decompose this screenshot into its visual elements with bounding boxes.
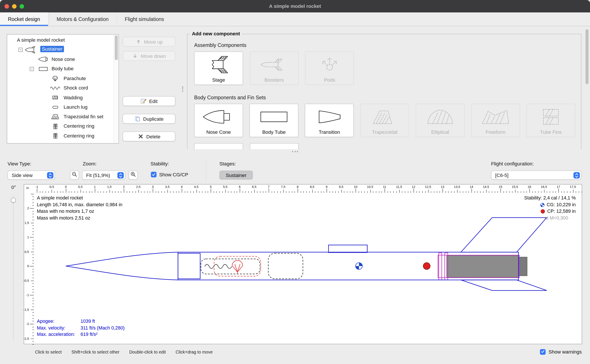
zoom-window-button[interactable] [20, 4, 24, 8]
show-warnings-control[interactable]: Show warnings [540, 349, 582, 355]
component-card-body-tube[interactable]: Body Tube [249, 104, 298, 137]
rocket-view-canvas[interactable]: -1-0,500,511,522,533,544,555,566,577,588… [24, 184, 582, 344]
stability-readout: Stability: 2,4 cal / 14,1 % CG: 10,229 i… [524, 195, 576, 221]
add-component-title: Add new component [190, 31, 242, 36]
component-card-nose-cone[interactable]: Nose Cone [194, 104, 243, 137]
ruler-unit-label: in [27, 186, 29, 190]
component-card-partial[interactable] [194, 143, 243, 149]
show-cgcp-checkbox[interactable] [151, 172, 156, 177]
nosecone-icon [37, 56, 49, 63]
tree-root-item[interactable]: A simple model rocket [7, 35, 119, 45]
view-controls-bar: View Type: Side view Zoom: Fit (51,9%) S… [0, 155, 590, 184]
zoom-in-button[interactable] [129, 171, 138, 180]
h-ruler-label: 17 [556, 185, 560, 188]
show-warnings-label: Show warnings [549, 349, 582, 355]
pods-icon [306, 52, 354, 77]
move-down-button[interactable]: Move down [123, 51, 175, 61]
component-card-label: Elliptical [431, 129, 449, 135]
tree-item-wadding[interactable]: Wadding [7, 93, 119, 102]
flight-config-select[interactable]: [C6-5] [491, 171, 581, 180]
rotation-slider[interactable] [13, 195, 14, 340]
splitter-handle-vertical[interactable] [182, 85, 183, 92]
component-card-pods: Pods [305, 52, 354, 85]
nose-cone-outline[interactable] [66, 252, 200, 280]
component-card-transition[interactable]: Transition [305, 104, 354, 137]
tree-item-centering-ring[interactable]: Centering ring [7, 122, 119, 131]
titlebar: A simple model rocket [0, 0, 590, 13]
cg-symbol [355, 263, 362, 269]
h-ruler-label: 3 [152, 185, 154, 188]
edit-button[interactable]: Edit [123, 96, 175, 106]
cg-icon [540, 202, 545, 207]
tree-item-launch-lug[interactable]: Launch lug [7, 102, 119, 112]
h-ruler-label: 8 [297, 185, 299, 188]
tree-item-sustainer[interactable]: -Sustainer [7, 45, 119, 55]
tree-item-body-tube[interactable]: -Body tube [7, 64, 119, 74]
openrocket-window: A simple model rocket Rocket designMotor… [0, 0, 590, 364]
view-type-select[interactable]: Side view [7, 171, 55, 180]
component-card-row: Nose ConeBody TubeTransitionTrapezoidalE… [194, 104, 575, 137]
tree-item-centering-ring[interactable]: Centering ring [7, 131, 119, 141]
h-ruler-label: -0,5 [48, 185, 54, 188]
collapse-toggle-icon[interactable]: - [18, 48, 22, 52]
tree-item-nose-cone[interactable]: Nose cone [7, 55, 119, 64]
fins-outline[interactable] [461, 218, 547, 291]
window-scrollbar-thumb[interactable] [585, 29, 589, 84]
controls-divider [206, 160, 206, 181]
stage-toggle-sustainer[interactable]: Sustainer [219, 171, 253, 180]
duplicate-button[interactable]: Duplicate [123, 114, 175, 124]
h-ruler-label: 10 [354, 185, 357, 188]
tree-scrollbar-thumb[interactable] [115, 35, 118, 60]
h-ruler-label: 13 [441, 185, 444, 188]
minimize-window-button[interactable] [12, 4, 17, 8]
flight-config-value: [C6-5] [495, 172, 509, 178]
zoom-value: Fit (51,9%) [86, 172, 110, 178]
collapse-toggle-icon[interactable]: - [30, 67, 34, 71]
h-ruler-label: 14 [469, 185, 473, 188]
transition-icon [305, 104, 353, 129]
h-ruler-label: 0,5 [78, 185, 82, 188]
status-hint: Click to select [35, 350, 62, 354]
tree-item-label: Sustainer [40, 46, 64, 52]
splitter-handle-horizontal[interactable] [292, 151, 298, 152]
tree-item-shock-cord[interactable]: Shock cord [7, 83, 119, 93]
apogee-value: 1039 ft [80, 318, 95, 324]
h-ruler-label: 3,5 [165, 185, 169, 188]
component-card-boosters: Boosters [250, 52, 299, 85]
h-ruler-label: 13,5 [454, 185, 460, 188]
delete-button[interactable]: Delete [123, 132, 175, 141]
component-tree[interactable]: A simple model rocket-SustainerNose cone… [7, 34, 119, 143]
tree-scrollbar[interactable] [114, 34, 118, 143]
component-card-partial[interactable] [250, 143, 299, 149]
edit-label: Edit [149, 98, 158, 104]
h-ruler-label: 6 [239, 185, 241, 188]
v-ruler-label: 0 [27, 264, 29, 268]
rocket-icon [25, 46, 36, 53]
zoom-out-button[interactable] [70, 171, 79, 180]
rotation-slider-thumb[interactable] [11, 198, 16, 202]
h-ruler-label: 9 [326, 185, 328, 188]
zoom-select[interactable]: Fit (51,9%) [82, 171, 125, 180]
tree-item-partial[interactable] [7, 141, 119, 143]
close-window-button[interactable] [5, 4, 9, 8]
move-up-button[interactable]: Move up [123, 37, 175, 47]
component-card-stage[interactable]: Stage [194, 52, 243, 85]
status-hints: Click to selectShift+click to select oth… [35, 350, 213, 354]
motor[interactable] [447, 255, 527, 277]
boosters-icon [250, 52, 298, 77]
v-ruler-label: 2 [27, 206, 29, 210]
tab-flight-simulations[interactable]: Flight simulations [116, 13, 172, 26]
show-warnings-checkbox[interactable] [540, 349, 546, 355]
nose-cone-icon [194, 104, 242, 129]
recovery-components[interactable] [201, 253, 303, 279]
launch-lug-outline[interactable] [329, 245, 367, 253]
component-card-label: Freeform [486, 129, 505, 135]
centeringring-icon [49, 123, 61, 130]
h-ruler-label: 1 [94, 185, 96, 188]
flight-config-label: Flight configuration: [491, 161, 534, 167]
tab-rocket-design[interactable]: Rocket design [0, 13, 48, 26]
window-scrollbar[interactable] [585, 27, 589, 151]
tree-item-parachute[interactable]: Parachute [7, 74, 119, 83]
tree-item-trapezoidal-fin-set[interactable]: Trapezoidal fin set [7, 112, 119, 122]
tab-motors-configuration[interactable]: Motors & Configuration [48, 13, 116, 26]
